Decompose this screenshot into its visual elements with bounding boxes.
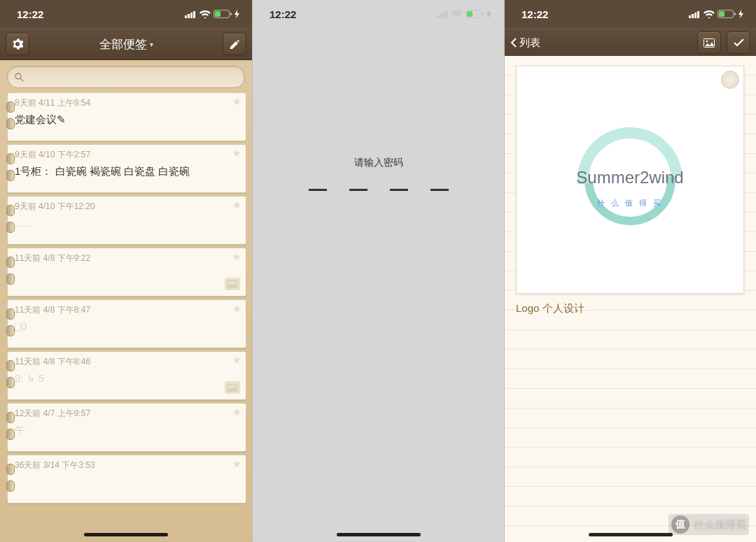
screen-passcode: 12:22 请输入密码 <box>252 0 504 542</box>
wifi-icon <box>704 10 715 18</box>
note-text: 午 <box>15 424 239 437</box>
passcode-slot[interactable] <box>349 189 368 191</box>
charging-icon <box>486 10 491 18</box>
compose-button[interactable] <box>223 33 246 55</box>
note-meta: 11天前 4/8 下午8:46 <box>15 356 239 368</box>
star-icon[interactable]: ★ <box>232 303 241 314</box>
note-meta: 9天前 4/10 下午12:20 <box>15 201 239 213</box>
screen-note-detail: 12:22 列表 <box>504 0 756 542</box>
status-indicators <box>185 10 239 18</box>
chevron-down-icon: ▾ <box>150 41 153 48</box>
notes-list: ★8天前 4/11 上午9:54党建会议✎★9天前 4/10 下午2:571号柜… <box>0 92 252 504</box>
note-item[interactable]: ★9天前 4/10 下午2:571号柜： 白瓷碗 褐瓷碗 白瓷盘 白瓷碗 <box>7 144 246 193</box>
passcode-slot[interactable] <box>390 189 408 191</box>
passcode-slot[interactable] <box>309 189 327 191</box>
star-icon[interactable]: ★ <box>232 148 241 159</box>
note-text: ⎕0 <box>15 320 239 332</box>
star-icon[interactable]: ★ <box>232 458 241 469</box>
signal-icon <box>185 10 197 18</box>
note-image[interactable]: Summer2wind 什 么 值 得 买 <box>516 66 744 294</box>
done-button[interactable] <box>727 31 750 54</box>
svg-rect-25 <box>734 13 736 15</box>
svg-rect-5 <box>215 11 220 17</box>
home-indicator[interactable] <box>337 533 421 536</box>
watermark-badge-icon: 值 <box>671 515 690 534</box>
svg-rect-15 <box>445 11 447 18</box>
svg-rect-24 <box>719 11 724 17</box>
note-thumb-icon <box>225 381 240 394</box>
note-item[interactable]: ★8天前 4/11 上午9:54党建会议✎ <box>7 92 246 141</box>
image-options-button[interactable] <box>721 71 739 89</box>
note-item[interactable]: ★11天前 4/8 下午8:47⎕0 <box>7 299 246 348</box>
note-item[interactable]: ★12天前 4/7 上午9:57午 <box>7 403 246 452</box>
star-icon[interactable]: ★ <box>232 96 241 107</box>
note-item[interactable]: ★9天前 4/10 下午12:20...... <box>7 196 246 245</box>
status-indicators <box>437 10 491 18</box>
charging-icon <box>234 10 239 18</box>
svg-point-8 <box>15 73 21 79</box>
chevron-left-icon <box>510 38 517 48</box>
svg-rect-14 <box>442 13 444 18</box>
svg-rect-6 <box>230 13 232 15</box>
star-icon[interactable]: ★ <box>232 355 241 366</box>
battery-icon <box>718 10 736 18</box>
status-time: 12:22 <box>522 8 548 20</box>
passcode-slots[interactable] <box>253 189 504 191</box>
status-bar: 12:22 <box>0 0 252 28</box>
svg-rect-2 <box>190 13 192 18</box>
note-meta: 36天前 3/14 下午3:53 <box>15 459 239 471</box>
image-icon <box>704 38 715 48</box>
signal-icon <box>437 10 449 18</box>
signal-icon <box>689 10 701 18</box>
svg-rect-17 <box>467 11 472 17</box>
compose-icon <box>230 39 240 50</box>
svg-rect-21 <box>694 13 696 18</box>
battery-icon <box>214 10 232 18</box>
svg-rect-22 <box>697 11 699 18</box>
page-title[interactable]: 全部便签 ▾ <box>99 36 153 52</box>
svg-rect-3 <box>193 11 195 18</box>
note-body[interactable]: Summer2wind 什 么 值 得 买 Logo 个人设计 <box>505 56 756 542</box>
search-input[interactable] <box>7 66 245 88</box>
check-icon <box>734 38 744 47</box>
svg-line-9 <box>20 78 23 81</box>
svg-rect-1 <box>188 14 190 18</box>
star-icon[interactable]: ★ <box>232 199 241 211</box>
note-item[interactable]: ★11天前 4/8 下午8:469: ↳ 5 <box>7 351 246 400</box>
svg-point-27 <box>706 40 708 42</box>
back-button[interactable]: 列表 <box>510 36 540 50</box>
title-bar: 列表 <box>505 28 756 57</box>
note-item[interactable]: ★11天前 4/8 下午9:22 <box>7 248 246 297</box>
wifi-icon <box>451 10 463 18</box>
note-meta: 11天前 4/8 下午9:22 <box>15 252 239 264</box>
note-meta: 12天前 4/7 上午9:57 <box>15 408 239 420</box>
note-text: 9: ↳ 5 <box>15 372 239 385</box>
star-icon[interactable]: ★ <box>232 251 241 262</box>
svg-rect-18 <box>482 13 484 15</box>
title-bar: 全部便签 ▾ <box>0 28 252 60</box>
note-meta: 8天前 4/11 上午9:54 <box>15 97 239 109</box>
note-meta: 11天前 4/8 下午8:47 <box>15 304 239 316</box>
settings-button[interactable] <box>6 33 29 55</box>
status-indicators <box>689 10 743 18</box>
screen-notes-list: 12:22 全部便签 ▾ ★8天前 4/11 上午9:5 <box>0 0 252 542</box>
note-item[interactable]: ★36天前 3/14 下午3:53 <box>7 455 246 504</box>
note-meta: 9天前 4/10 下午2:57 <box>15 149 239 161</box>
charging-icon <box>738 10 743 18</box>
site-watermark: 值 什么值得买 <box>668 514 749 535</box>
note-text: ...... <box>15 217 239 229</box>
passcode-panel: 请输入密码 <box>253 157 504 191</box>
logo-brand: Summer2wind <box>576 168 683 187</box>
logo-tagline: 什 么 值 得 买 <box>597 198 663 208</box>
star-icon[interactable]: ★ <box>232 406 241 418</box>
home-indicator[interactable] <box>84 533 168 536</box>
watermark-text: 什么值得买 <box>694 518 746 532</box>
note-text: 党建会议✎ <box>15 113 239 127</box>
page-title-text: 全部便签 <box>99 36 147 52</box>
note-caption: Logo 个人设计 <box>516 302 745 315</box>
passcode-slot[interactable] <box>430 189 449 191</box>
image-button[interactable] <box>697 31 721 54</box>
home-indicator[interactable] <box>589 533 673 536</box>
wifi-icon <box>200 10 211 18</box>
logo-graphic: Summer2wind 什 么 值 得 买 <box>578 127 682 232</box>
